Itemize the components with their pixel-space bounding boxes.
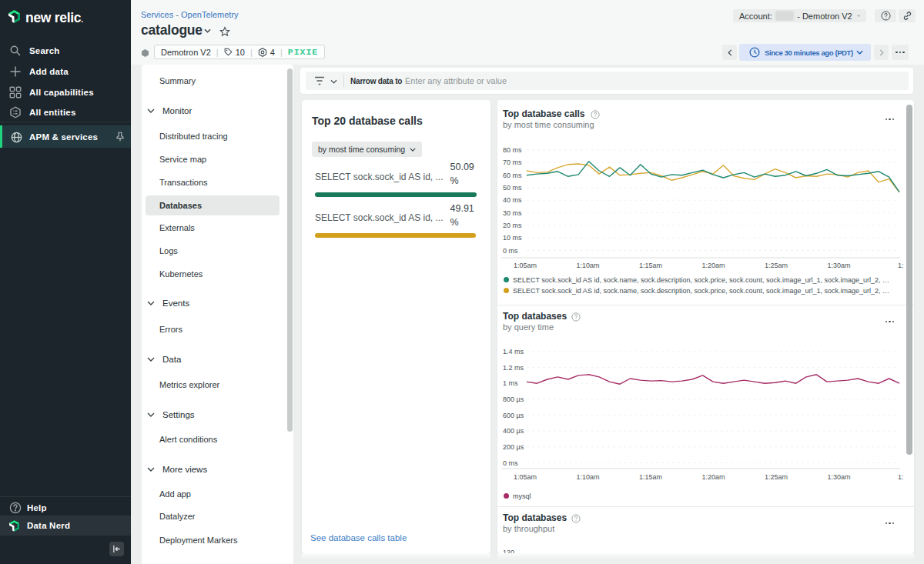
svg-text:0 ms: 0 ms — [503, 247, 518, 255]
svg-text:200 µs: 200 µs — [503, 443, 524, 451]
svg-text:600 µs: 600 µs — [503, 412, 524, 419]
svg-text:1:15am: 1:15am — [639, 473, 662, 481]
svg-text:1:: 1: — [898, 473, 904, 481]
svg-text:400 µs: 400 µs — [503, 427, 524, 435]
svg-text:1:20am: 1:20am — [701, 473, 725, 481]
svg-text:1.2 ms: 1.2 ms — [503, 364, 524, 372]
svg-text:70 ms: 70 ms — [503, 159, 522, 166]
svg-text:1:10am: 1:10am — [576, 473, 599, 481]
svg-text:0 ms: 0 ms — [503, 459, 518, 467]
svg-text:1:25am: 1:25am — [765, 473, 788, 481]
svg-text:1 ms: 1 ms — [503, 379, 518, 387]
svg-text:1.4 ms: 1.4 ms — [503, 348, 524, 355]
svg-text:1:30am: 1:30am — [827, 473, 850, 481]
svg-text:1:20am: 1:20am — [701, 262, 725, 269]
svg-text:1:05am: 1:05am — [514, 473, 537, 481]
svg-text:800 µs: 800 µs — [503, 395, 524, 403]
svg-text:40 ms: 40 ms — [503, 196, 522, 204]
svg-text:20 ms: 20 ms — [503, 222, 522, 229]
svg-text:60 ms: 60 ms — [503, 172, 522, 179]
svg-text:10 ms: 10 ms — [503, 234, 522, 242]
svg-text:1:25am: 1:25am — [765, 262, 788, 269]
svg-text:30 ms: 30 ms — [503, 209, 522, 217]
svg-text:80 ms: 80 ms — [503, 146, 522, 154]
svg-text:1:: 1: — [898, 262, 904, 269]
svg-text:1:30am: 1:30am — [827, 262, 850, 269]
svg-text:1:15am: 1:15am — [639, 262, 662, 269]
svg-text:1:10am: 1:10am — [576, 262, 599, 269]
svg-text:50 ms: 50 ms — [503, 184, 522, 192]
svg-text:1:05am: 1:05am — [514, 262, 537, 269]
